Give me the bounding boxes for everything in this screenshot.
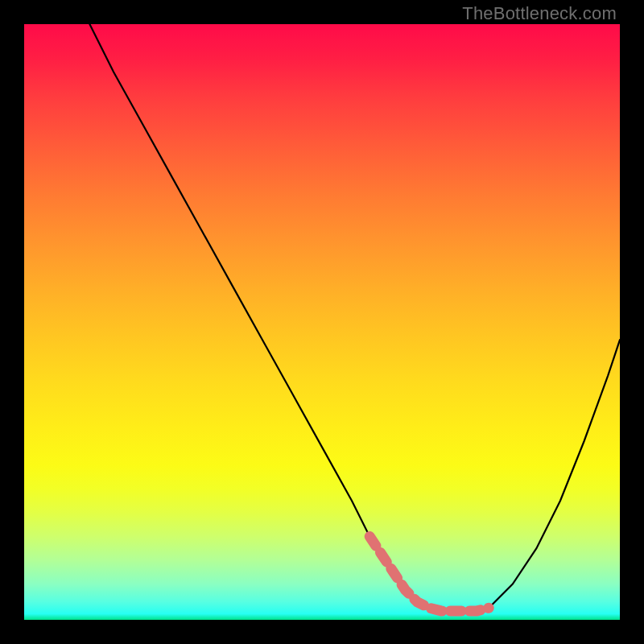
chart-frame: TheBottleneck.com <box>0 0 644 644</box>
curve-group <box>89 24 620 611</box>
plot-area <box>24 24 620 620</box>
chart-overlay <box>24 24 620 620</box>
bottleneck-curve <box>89 24 620 611</box>
sweet-spot-highlight <box>369 536 489 611</box>
watermark-label: TheBottleneck.com <box>462 3 617 24</box>
